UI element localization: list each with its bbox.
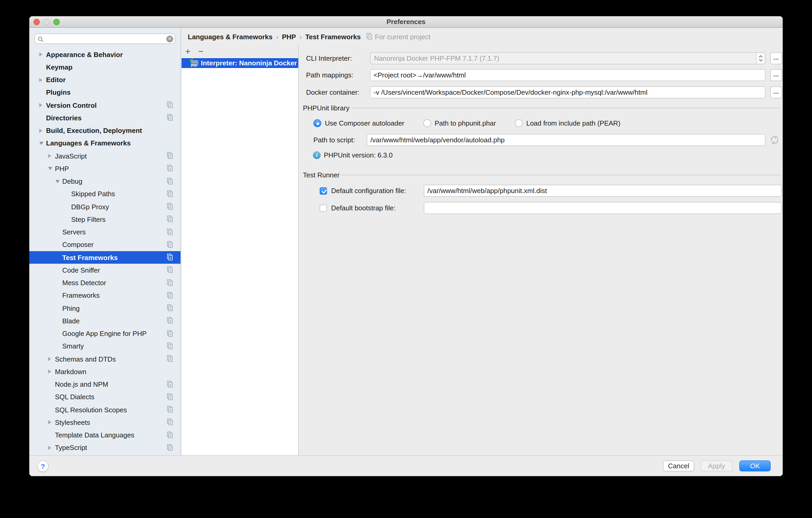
sidebar-item-debug[interactable]: Debug xyxy=(29,175,180,188)
sidebar-item-servers[interactable]: Servers xyxy=(29,226,180,238)
sidebar-item-label: Code Sniffer xyxy=(62,266,100,274)
radio-use-composer-autoloader[interactable]: Use Composer autoloader xyxy=(313,119,404,127)
chevron-right-icon[interactable] xyxy=(48,154,51,158)
sidebar-item-editor[interactable]: Editor xyxy=(29,74,180,86)
sidebar-item-appearance-behavior[interactable]: Appearance & Behavior xyxy=(29,48,180,61)
sidebar-item-javascript[interactable]: JavaScript xyxy=(29,150,180,163)
per-project-settings-icon xyxy=(167,355,173,364)
browse-path-mappings-button[interactable]: ... xyxy=(770,69,782,81)
radio-icon[interactable] xyxy=(313,119,321,127)
sidebar-item-version-control[interactable]: Version Control xyxy=(29,99,180,112)
radio-load-from-include-path-pear[interactable]: Load from include path (PEAR) xyxy=(515,119,620,127)
per-project-settings-icon xyxy=(167,330,173,338)
chevron-down-icon[interactable] xyxy=(39,142,44,145)
sidebar-item-label: Appearance & Behavior xyxy=(46,51,123,58)
chevron-down-icon[interactable] xyxy=(55,180,60,183)
add-interpreter-button[interactable]: + xyxy=(182,46,193,58)
breadcrumb-languages-frameworks[interactable]: Languages & Frameworks xyxy=(188,33,272,41)
browse-cli-interpreter-button[interactable]: ... xyxy=(770,52,782,64)
remove-interpreter-button[interactable]: − xyxy=(196,46,206,58)
default-configuration-checkbox[interactable] xyxy=(320,187,327,195)
browse-docker-container-button[interactable]: ... xyxy=(770,86,782,98)
sidebar-item-keymap[interactable]: Keymap xyxy=(29,61,180,74)
help-button[interactable]: ? xyxy=(37,460,49,472)
chevron-right-icon[interactable] xyxy=(48,446,51,450)
titlebar[interactable]: Preferences xyxy=(29,16,783,28)
per-project-settings-icon xyxy=(167,444,173,453)
chevron-right-icon[interactable] xyxy=(48,357,51,361)
radio-icon[interactable] xyxy=(423,119,431,127)
sidebar-item-stylesheets[interactable]: Stylesheets xyxy=(29,416,180,429)
docker-container-input[interactable] xyxy=(370,86,765,98)
sidebar-item-php[interactable]: PHP xyxy=(29,163,180,175)
default-bootstrap-input[interactable] xyxy=(424,202,782,214)
sidebar-item-typescript[interactable]: TypeScript xyxy=(29,441,180,454)
sidebar-item-test-frameworks[interactable]: Test Frameworks xyxy=(29,251,180,264)
settings-search-field[interactable]: ✕ xyxy=(34,33,175,44)
cli-interpreter-select[interactable]: Nanoninja Docker PHP-FPM 7.1.7 (7.1.7) xyxy=(370,52,765,64)
chevron-right-icon[interactable] xyxy=(39,52,42,57)
search-icon xyxy=(38,36,44,45)
sidebar-item-frameworks[interactable]: Frameworks xyxy=(29,289,180,302)
sidebar-item-code-sniffer[interactable]: Code Sniffer xyxy=(29,264,180,277)
chevron-right-icon[interactable] xyxy=(39,78,42,82)
sidebar-item-phing[interactable]: Phing xyxy=(29,302,180,315)
path-mappings-input[interactable] xyxy=(370,69,765,81)
sidebar-item-label: Debug xyxy=(62,177,82,185)
per-project-settings-icon xyxy=(167,266,173,275)
breadcrumb-php[interactable]: PHP xyxy=(282,33,296,41)
breadcrumb-separator: › xyxy=(276,33,278,40)
section-divider xyxy=(341,175,780,175)
sidebar-item-plugins[interactable]: Plugins xyxy=(29,86,180,99)
radio-label: Path to phpunit.phar xyxy=(435,119,496,127)
path-mappings-label: Path mappings: xyxy=(306,69,353,81)
breadcrumb-test-frameworks[interactable]: Test Frameworks xyxy=(305,33,361,41)
path-to-script-input[interactable] xyxy=(367,134,765,146)
interpreter-item-label: Interpreter: Nanoninja Docker xyxy=(201,59,297,67)
clear-search-icon[interactable]: ✕ xyxy=(166,36,173,42)
apply-button[interactable]: Apply xyxy=(701,460,732,471)
per-project-settings-icon xyxy=(167,203,173,211)
sidebar-item-sql-resolution-scopes[interactable]: SQL Resolution Scopes xyxy=(29,403,180,416)
chevron-right-icon[interactable] xyxy=(48,370,51,374)
sidebar-item-template-data-languages[interactable]: Template Data Languages xyxy=(29,429,180,441)
info-icon: i xyxy=(313,151,321,159)
cancel-button[interactable]: Cancel xyxy=(663,460,694,471)
sidebar-item-label: Google App Engine for PHP xyxy=(62,329,146,338)
radio-path-to-phpunit-phar[interactable]: Path to phpunit.phar xyxy=(423,119,496,127)
sidebar-item-skipped-paths[interactable]: Skipped Paths xyxy=(29,188,180,201)
reload-autoloader-icon[interactable] xyxy=(769,135,780,147)
sidebar-item-smarty[interactable]: Smarty xyxy=(29,340,180,353)
sidebar-item-markdown[interactable]: Markdown xyxy=(29,366,180,378)
sidebar-item-languages-frameworks[interactable]: Languages & Frameworks xyxy=(29,137,180,150)
sidebar-item-dbgp-proxy[interactable]: DBGp Proxy xyxy=(29,200,180,213)
sidebar-item-build-execution-deployment[interactable]: Build, Execution, Deployment xyxy=(29,124,180,137)
per-project-settings-icon xyxy=(167,152,173,161)
sidebar-item-schemas-and-dtds[interactable]: Schemas and DTDs xyxy=(29,353,180,366)
preferences-window: Preferences ✕ Appearance & BehaviorKeyma… xyxy=(29,16,783,476)
sidebar-item-mess-detector[interactable]: Mess Detector xyxy=(29,277,180,289)
chevron-right-icon[interactable] xyxy=(39,128,42,133)
sidebar-item-directories[interactable]: Directories xyxy=(29,112,180,124)
settings-tree: Appearance & BehaviorKeymapEditorPlugins… xyxy=(29,48,180,454)
sidebar-item-composer[interactable]: Composer xyxy=(29,238,180,252)
default-bootstrap-label: Default bootstrap file: xyxy=(331,202,396,214)
search-input[interactable] xyxy=(47,34,163,44)
chevron-down-icon[interactable] xyxy=(48,167,52,170)
default-configuration-input[interactable] xyxy=(424,185,782,197)
path-to-script-label: Path to script: xyxy=(313,134,355,146)
per-project-settings-icon xyxy=(167,343,173,351)
ok-button[interactable]: OK xyxy=(739,460,771,471)
sidebar-item-sql-dialects[interactable]: SQL Dialects xyxy=(29,391,180,404)
sidebar-item-label: Stylesheets xyxy=(55,419,90,426)
sidebar-item-node-js-and-npm[interactable]: Node.js and NPM xyxy=(29,378,180,391)
chevron-right-icon[interactable] xyxy=(39,103,42,107)
per-project-settings-icon xyxy=(167,216,173,224)
sidebar-item-blade[interactable]: Blade xyxy=(29,315,180,327)
default-bootstrap-checkbox[interactable] xyxy=(320,205,327,212)
chevron-right-icon[interactable] xyxy=(48,421,51,425)
radio-icon[interactable] xyxy=(515,119,523,127)
sidebar-item-step-filters[interactable]: Step Filters xyxy=(29,213,180,226)
interpreter-list-item[interactable]: php✔Interpreter: Nanoninja Docker xyxy=(181,58,298,68)
sidebar-item-google-app-engine-for-php[interactable]: Google App Engine for PHP xyxy=(29,327,180,340)
